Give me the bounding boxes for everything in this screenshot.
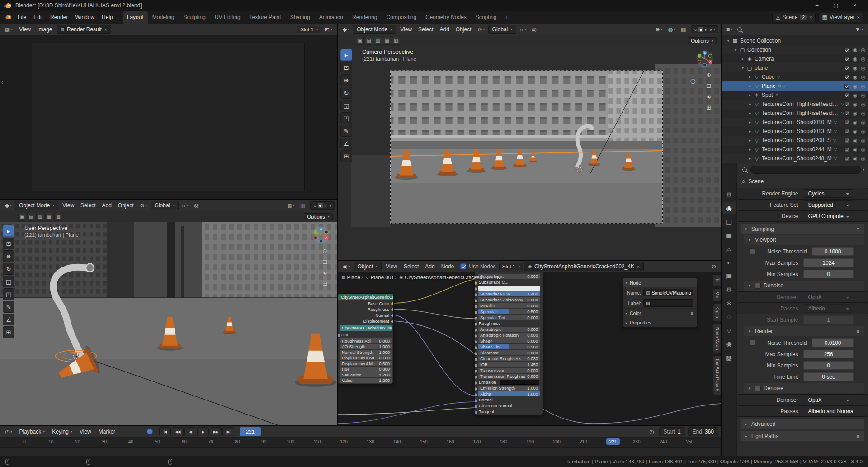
menu-item[interactable]: File xyxy=(14,12,30,22)
outliner-row[interactable]: ▸ ▽ TexturesCom_HighRiseResidentialC ▽ ◉… xyxy=(722,109,868,118)
bsdf-input-row[interactable]: Emission xyxy=(475,379,543,385)
property-checkbox[interactable] xyxy=(750,248,755,254)
toolbar-tool-button[interactable]: ⊕ xyxy=(340,74,352,86)
hide-render-icon[interactable]: ◎ xyxy=(861,156,865,162)
hide-viewport-icon[interactable]: ◉ xyxy=(853,119,858,125)
properties-tab[interactable]: ⚙ xyxy=(722,189,736,200)
viewport-menu-item[interactable]: Object xyxy=(453,25,475,34)
expand-arrow[interactable]: ▸ xyxy=(747,93,753,97)
property-value-field[interactable]: 0 sec xyxy=(803,372,854,381)
viewlayer-unlink-icon[interactable]: × xyxy=(857,14,860,20)
panel-menu-icon[interactable]: ≡ xyxy=(854,237,862,243)
sidebar-tab[interactable]: To xyxy=(713,274,721,286)
property-row[interactable]: Feature Set Supported xyxy=(737,199,868,210)
workspace-tab[interactable]: Rendering xyxy=(348,11,382,24)
timeline-playhead[interactable]: 221 xyxy=(613,438,613,456)
outliner-row[interactable]: ▸ ◈ Camera ◉ ◎ xyxy=(722,54,868,63)
toolbar-tool-button[interactable]: ∠ xyxy=(340,138,352,149)
selectable-checkbox-icon[interactable] xyxy=(844,129,849,134)
vector-input-socket[interactable]: ctor xyxy=(338,332,393,338)
hide-viewport-icon[interactable]: ◉ xyxy=(853,83,858,89)
unlink-material-icon[interactable]: × xyxy=(637,264,640,269)
scene-unlink-icon[interactable]: × xyxy=(809,14,812,20)
properties-tab[interactable]: ▩ xyxy=(722,352,736,363)
property-row[interactable]: Min Samples 0 xyxy=(737,268,868,280)
timeline-menu-item[interactable]: Playback▾ xyxy=(16,427,49,436)
unlink-image-icon[interactable]: × xyxy=(104,27,107,32)
hide-render-icon[interactable]: ◎ xyxy=(861,74,865,80)
add-workspace-button[interactable]: + xyxy=(502,11,512,23)
property-value-field[interactable]: 256 xyxy=(803,350,854,358)
property-checkbox[interactable] xyxy=(755,386,761,391)
texture-group-node[interactable]: CityStreetAsphaltGenericCracked0... Base… xyxy=(338,293,394,384)
property-row[interactable]: Passes Albedo xyxy=(737,303,868,314)
minimize-button[interactable]: – xyxy=(807,0,826,11)
node-value-slider[interactable]: Displacement Mid-Level0.500 xyxy=(340,361,392,366)
close-button[interactable]: × xyxy=(845,0,864,11)
expand-arrow[interactable]: ▾ xyxy=(725,38,731,43)
viewport-menu-item[interactable]: Add xyxy=(436,25,452,34)
selectable-checkbox-icon[interactable] xyxy=(844,111,849,116)
node-value-slider[interactable]: Saturation1.200 xyxy=(340,372,392,377)
properties-tab[interactable]: ▤ xyxy=(722,216,736,227)
show-overlays-icon[interactable]: ◍▾ xyxy=(285,201,297,210)
bsdf-input-row[interactable]: Anisotropic0.000 xyxy=(475,326,543,332)
breadcrumb-item[interactable]: ›◉CityStreetAsphaltGenericCracked002_4K xyxy=(394,275,500,280)
shading-solid-icon[interactable]: ● xyxy=(698,27,703,32)
expand-arrow[interactable]: ▸ xyxy=(740,57,746,61)
shading-rendered-icon[interactable]: ◑ xyxy=(709,27,712,32)
properties-tab[interactable]: ◌ xyxy=(722,311,736,322)
orientation-dropdown[interactable]: Global▾ xyxy=(151,201,179,210)
properties-tab[interactable]: ▦ xyxy=(722,229,736,241)
viewport-menu-item[interactable]: Select xyxy=(77,201,99,210)
workspace-tab[interactable]: Layout xyxy=(123,11,148,24)
tool-settings-icon[interactable]: ▥ xyxy=(36,213,44,221)
viewport-menu-item[interactable]: View xyxy=(59,201,77,210)
hide-render-icon[interactable]: ◎ xyxy=(861,92,865,98)
mode-dropdown[interactable]: Object Mode▾ xyxy=(15,201,58,210)
property-value-field[interactable]: GPU Compute xyxy=(804,212,853,220)
hide-render-icon[interactable]: ◎ xyxy=(861,47,865,53)
bsdf-input-row[interactable]: Sheen0.000 xyxy=(475,338,543,344)
menu-item[interactable]: Render xyxy=(47,12,71,22)
timeline-menu-item[interactable]: View▾ xyxy=(76,427,95,436)
property-row[interactable]: Device GPU Compute xyxy=(737,210,868,222)
zoom-icon[interactable]: ⊕ xyxy=(322,248,327,254)
section-arrow[interactable]: ▾ xyxy=(743,227,749,231)
expand-arrow[interactable]: ▸ xyxy=(747,111,753,115)
frame-start-field[interactable]: Start1 xyxy=(659,427,685,436)
property-value-field[interactable]: OptiX xyxy=(804,396,853,404)
property-row[interactable]: Denoiser OptiX xyxy=(737,394,868,405)
hide-viewport-icon[interactable]: ◉ xyxy=(853,101,858,107)
menu-item[interactable]: Edit xyxy=(30,12,47,22)
shader-menu-item[interactable]: View xyxy=(382,262,401,271)
outliner-row[interactable]: ▸ ▽ TexturesCom_HighRiseResidentialC ▽ ◉… xyxy=(722,100,868,109)
properties-tab[interactable]: ◐ xyxy=(722,257,736,268)
snapping-magnet-icon[interactable]: ∩▾ xyxy=(517,25,528,33)
shader-menu-item[interactable]: Select xyxy=(401,262,422,271)
breadcrumb-item[interactable]: ›▦Plane xyxy=(341,275,360,280)
selectable-checkbox-icon[interactable] xyxy=(844,147,849,152)
workspace-tab[interactable]: UV Editing xyxy=(210,11,245,24)
viewport-menu-item[interactable]: Select xyxy=(415,25,436,34)
expand-arrow[interactable]: ▸ xyxy=(747,147,753,152)
selectable-checkbox-icon[interactable] xyxy=(844,93,849,98)
expand-arrow[interactable]: ▾ xyxy=(732,48,739,52)
property-value-field[interactable]: 1024 xyxy=(803,258,854,267)
property-row[interactable]: Passes Albedo and Normal xyxy=(737,405,868,417)
property-checkbox[interactable] xyxy=(755,283,761,289)
property-value-field[interactable]: Cycles xyxy=(804,189,853,198)
image-editor-canvas[interactable]: ‹ xyxy=(0,35,337,199)
property-value-field[interactable]: 0 xyxy=(803,270,854,278)
menu-item[interactable]: Help xyxy=(98,12,117,22)
menu-item[interactable]: Window xyxy=(71,12,98,22)
node-panel-header[interactable]: ▾Node xyxy=(623,278,697,287)
pivot-icon[interactable]: ⊙▾ xyxy=(476,25,487,33)
editor-type-icon[interactable]: ≡▾ xyxy=(724,25,735,33)
editor-type-icon[interactable]: ◷▾ xyxy=(3,428,15,436)
workspace-tab[interactable]: Modeling xyxy=(148,11,179,24)
xray-toggle-icon[interactable]: ▥ xyxy=(679,25,688,33)
frame-end-field[interactable]: End360 xyxy=(688,427,718,436)
bsdf-input-row[interactable]: Clearcoat0.000 xyxy=(475,350,543,356)
color-section-header[interactable]: ▸Color≡ xyxy=(623,308,697,318)
